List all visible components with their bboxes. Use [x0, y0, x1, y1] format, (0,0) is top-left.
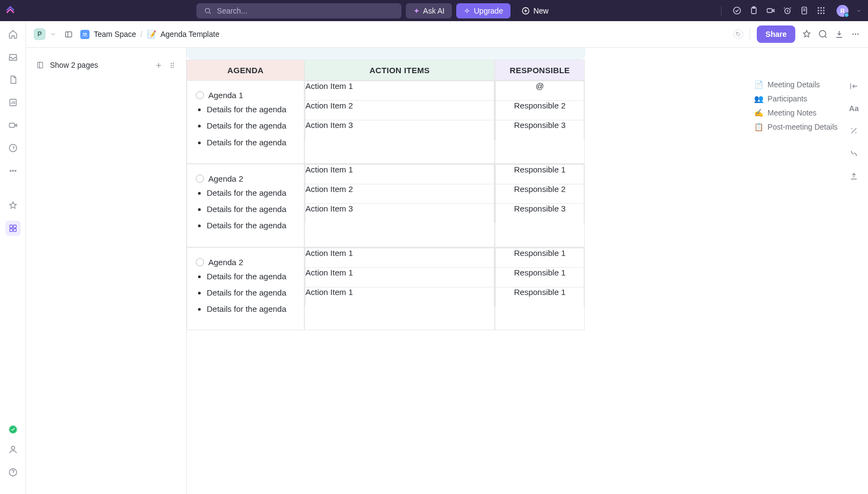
responsible-cell[interactable]: @ [496, 81, 584, 101]
global-search[interactable]: Search... [196, 3, 401, 18]
agenda-title[interactable]: Agenda 1 [196, 91, 296, 100]
topbar-divider [721, 6, 722, 16]
action-item-cell[interactable]: Action Item 3 [305, 120, 494, 140]
svg-rect-43 [37, 62, 42, 68]
agenda-detail-item[interactable]: Details for the agen­da [207, 120, 295, 131]
agenda-title-text: Agenda 2 [208, 258, 243, 267]
action-item-cell[interactable]: Action Item 1 [305, 81, 494, 101]
star-icon[interactable] [802, 29, 812, 39]
agenda-detail-item[interactable]: Details for the agen­da [207, 188, 295, 198]
home-icon[interactable] [5, 27, 21, 42]
responsible-cell[interactable]: Responsible 1 [496, 287, 584, 306]
more-menu-icon[interactable] [851, 29, 860, 39]
chevron-down-icon[interactable] [50, 31, 56, 37]
ask-ai-button[interactable]: ✦ Ask AI [406, 3, 452, 18]
clipboard-icon[interactable] [749, 6, 758, 15]
inbox-icon[interactable] [5, 49, 21, 65]
settings-sliders-icon[interactable] [849, 149, 859, 158]
svg-rect-8 [767, 9, 772, 12]
action-item-cell[interactable]: Action Item 2 [305, 101, 494, 120]
topbar: Search... ✦ Ask AI ✧ Upgrade New R [0, 0, 868, 21]
action-item-cell[interactable]: Action Item 1 [305, 164, 494, 184]
action-item-cell[interactable]: Action Item 3 [305, 203, 494, 223]
app-logo[interactable] [5, 6, 15, 16]
more-icon[interactable] [5, 163, 21, 178]
new-label: New [533, 7, 548, 15]
svg-point-24 [9, 144, 17, 152]
docs-icon[interactable] [5, 72, 21, 87]
outline-item[interactable]: 👥Participants [754, 94, 838, 103]
chevron-down-icon[interactable] [856, 8, 861, 14]
collapse-icon[interactable] [849, 81, 859, 91]
notepad-icon[interactable] [800, 6, 809, 15]
user-avatar[interactable]: R [837, 5, 848, 17]
svg-point-14 [820, 7, 821, 8]
help-icon[interactable] [5, 465, 21, 480]
col-header-action: ACTION ITEMS [304, 60, 495, 80]
agenda-detail-item[interactable]: Details for the agen­da [207, 271, 295, 282]
clips-icon[interactable] [5, 118, 21, 133]
typography-icon[interactable]: Aa [849, 104, 859, 113]
agenda-detail-item[interactable]: Details for the agen­da [207, 220, 295, 231]
radio-icon[interactable] [196, 91, 204, 99]
agenda-detail-item[interactable]: Details for the agen­da [207, 137, 295, 148]
svg-point-19 [818, 12, 819, 14]
responsible-cell[interactable]: Responsible 3 [496, 120, 584, 140]
agenda-detail-item[interactable]: Details for the agen­da [207, 287, 295, 298]
tags-icon[interactable] [733, 29, 743, 39]
agenda-title-text: Agenda 2 [208, 174, 243, 183]
sync-status-icon[interactable] [8, 425, 18, 434]
outline-item[interactable]: 📄Meeting Details [754, 80, 838, 89]
upgrade-button[interactable]: ✧ Upgrade [456, 3, 510, 18]
action-item-cell[interactable]: Action Item 1 [305, 267, 494, 287]
show-pages-row[interactable]: Show 2 pages [33, 59, 180, 72]
agenda-detail-item[interactable]: Details for the agen­da [207, 304, 295, 315]
timesheets-icon[interactable] [5, 140, 21, 156]
agenda-detail-item[interactable]: Details for the agen­da [207, 204, 295, 215]
add-page-icon[interactable] [155, 61, 163, 69]
download-icon[interactable] [834, 29, 844, 39]
spaces-icon[interactable] [5, 221, 21, 236]
radio-icon[interactable] [196, 258, 204, 266]
outline-item-label: Post-meeting Details [768, 123, 838, 131]
responsible-cell[interactable]: Responsible 1 [496, 164, 584, 184]
svg-point-50 [173, 65, 174, 66]
dashboards-icon[interactable] [5, 95, 21, 110]
sidebar-toggle-icon[interactable] [61, 27, 76, 42]
action-item-cell[interactable]: Action Item 1 [305, 248, 494, 267]
radio-icon[interactable] [196, 175, 204, 183]
breadcrumb-space[interactable]: Team Space [94, 30, 136, 39]
outline-item[interactable]: ✍️Meeting Notes [754, 108, 838, 117]
action-item-cell[interactable]: Action Item 2 [305, 184, 494, 203]
outline-item-icon: 📄 [754, 80, 763, 89]
responsible-cell[interactable]: Responsible 1 [496, 267, 584, 287]
check-circle-icon[interactable] [732, 6, 742, 15]
agenda-detail-item[interactable]: Details for the agen­da [207, 104, 295, 115]
page-emoji-icon: 📝 [147, 30, 156, 39]
apps-grid-icon[interactable] [816, 6, 826, 15]
show-pages-label: Show 2 pages [50, 61, 98, 69]
outline-item[interactable]: 📋Post-meeting Details [754, 123, 838, 131]
responsible-cell[interactable]: Responsible 1 [496, 248, 584, 267]
workspace-badge[interactable]: P [34, 28, 46, 40]
ai-tools-icon[interactable] [849, 126, 859, 136]
drag-handle-icon[interactable] [168, 61, 176, 69]
responsible-cell[interactable]: Responsible 3 [496, 203, 584, 223]
share-button[interactable]: Share [757, 25, 795, 43]
breadcrumb-page[interactable]: Agenda Template [161, 30, 220, 39]
breadcrumb: Team Space / 📝 Agenda Template [80, 30, 219, 39]
export-icon[interactable] [849, 171, 859, 181]
new-button[interactable]: New [515, 3, 555, 18]
agenda-title[interactable]: Agenda 2 [196, 258, 296, 267]
alarm-icon[interactable] [783, 6, 792, 15]
responsible-cell[interactable]: Responsible 2 [496, 101, 584, 120]
agenda-details-list: Details for the agen­daDetails for the a… [206, 104, 296, 148]
video-icon[interactable] [766, 6, 775, 15]
action-item-cell[interactable]: Action Item 1 [305, 287, 494, 306]
favorites-icon[interactable] [5, 198, 21, 213]
responsible-cell[interactable]: Responsible 2 [496, 184, 584, 203]
agenda-title[interactable]: Agenda 2 [196, 174, 296, 183]
comments-icon[interactable] [818, 29, 828, 39]
invite-icon[interactable] [5, 442, 21, 457]
outline-item-label: Meeting Details [768, 80, 820, 89]
